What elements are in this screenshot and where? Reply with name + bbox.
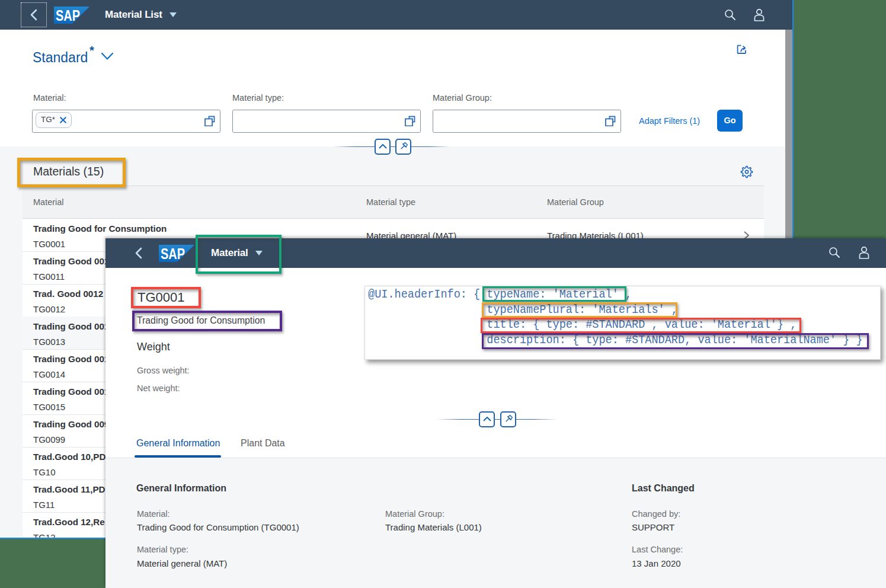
svg-text:SAP: SAP [56,7,80,24]
svg-text:SAP: SAP [161,245,185,262]
